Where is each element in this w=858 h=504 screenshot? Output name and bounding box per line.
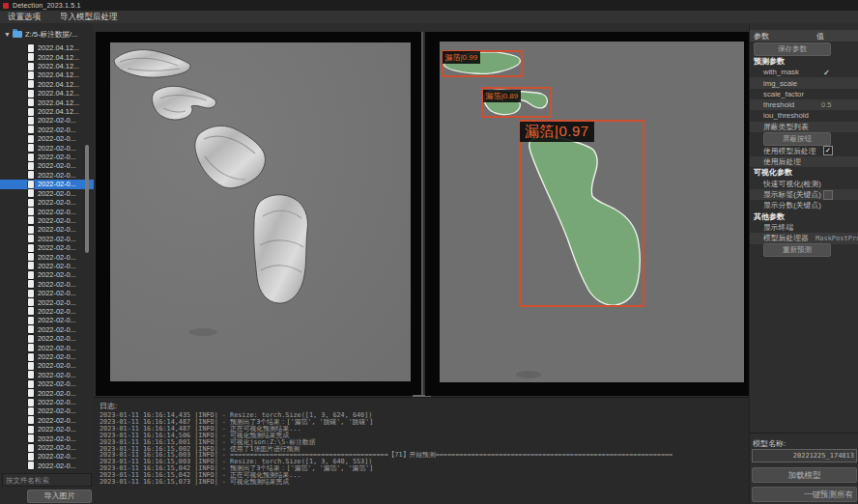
model-name-field[interactable]: 20221225_174813 [752,449,857,462]
tree-item[interactable]: 2022-02-0... [0,126,94,134]
param-row[interactable]: 保存参数 保存参数 [750,42,858,56]
tree-item[interactable]: 2022-02-0... [0,252,94,261]
tree-item[interactable]: 2022-02-0... [0,425,94,434]
tree-item[interactable]: 2022-02-0... [0,361,94,370]
tree-item[interactable]: 2022.04.12... [0,70,94,79]
param-row[interactable]: 模型后处理器 模型后处理器 MaskPostPro [750,233,858,243]
caret-down-icon[interactable]: ▼ [4,31,11,38]
tree-item[interactable]: 2022-02-0... [0,352,94,361]
tree-item[interactable]: 2022-02-0... [0,443,94,452]
tree-item[interactable]: 2022-02-0... [0,462,94,470]
param-checkbox[interactable] [823,68,830,77]
tree-item[interactable]: 2022-02-0... [0,171,94,180]
param-row[interactable]: 显示标签(关键点) 显示标签(关键点) [750,189,858,200]
tree-item[interactable]: 2022.04.12... [0,52,94,61]
menu-settings[interactable]: 设置选项 [0,11,50,23]
tree-item[interactable]: 2022-02-0... [0,316,94,324]
tree-item[interactable]: 2022-02-0... [0,334,94,343]
tree-item[interactable]: 2022-02-0... [0,297,94,306]
tree-item[interactable]: 2022-02-0... [0,153,94,161]
param-row[interactable]: scale_factor scale_factor [750,89,858,99]
tree-item[interactable]: 2022-02-0... [0,406,94,415]
tree-item[interactable]: 2022.04.12... [0,98,94,106]
tree-item[interactable]: 2022-02-0... [0,379,94,388]
param-row[interactable]: threshold threshold 0.5 [750,99,858,110]
param-row[interactable]: 快速可视化(检测) 快速可视化(检测) [750,179,858,189]
tree-item[interactable]: 2022-02-0... [0,198,94,207]
tree-item[interactable]: 2022-02-0... [0,161,94,170]
tree-item[interactable]: 2022-02-0... [0,262,94,270]
param-checkbox[interactable] [823,146,833,155]
param-row[interactable]: 屏蔽类型列表 屏蔽类型列表 [750,122,858,132]
source-image[interactable] [110,42,411,381]
tree-item[interactable]: 2022-02-0... [0,289,94,297]
filename-search-input[interactable] [2,473,92,487]
tree-item-label: 2022-02-0... [38,452,76,461]
param-row[interactable]: img_scale img_scale [750,77,858,88]
param-row[interactable]: 屏蔽按钮 屏蔽按钮 [750,132,858,146]
file-tree[interactable]: 2022.04.12... 2022.04.12... 2022.04.12..… [0,43,94,470]
menu-import-postprocess[interactable]: 导入模型后处理 [50,11,128,23]
tree-item-label: 2022-02-0... [38,406,76,415]
tree-item[interactable]: 2022-02-0... [0,235,94,243]
load-model-button[interactable]: 加载模型 [752,467,857,483]
log-console[interactable]: 日志: 2023-01-11 16:16:14,435 |INFO| - Res… [94,397,749,504]
panel-splitter[interactable] [421,32,423,396]
param-row[interactable]: iou_threshold iou_threshold [750,110,858,121]
tree-item[interactable]: 2022.04.12... [0,80,94,89]
param-row[interactable]: 使用后处理 使用后处理 [750,156,858,167]
tree-item-label: 2022.04.12... [38,98,79,107]
tree-item[interactable]: 2022-02-0... [0,434,94,442]
param-row-button[interactable]: 屏蔽按钮 [763,132,831,146]
tree-item[interactable]: 2022-02-0... [0,388,94,397]
param-row[interactable]: 使用模型后处理 使用模型后处理 [750,145,858,155]
predict-all-button[interactable]: 一键预测所有 [752,487,857,502]
tree-item[interactable]: 2022-02-0... [0,343,94,351]
tree-item[interactable]: 2022-02-0... [0,216,94,225]
param-row[interactable]: 显示分数(关键点) 显示分数(关键点) [750,200,858,210]
tree-item[interactable]: 2022-02-0... [0,416,94,425]
param-row[interactable]: 预测参数 预测参数 [750,56,858,68]
tree-item[interactable]: 2022-02-0... [0,270,94,279]
file-icon [28,307,34,315]
tree-item[interactable]: 2022.04.12... [0,62,94,70]
detection-image-panel[interactable]: 漏箔|0.99 漏箔|0.89 漏箔|0.97 [425,32,749,396]
tree-item[interactable]: 2022.04.12... [0,107,94,116]
tree-item[interactable]: 2022.04.12... [0,89,94,98]
tree-item[interactable]: 2022-02-0... [0,325,94,334]
tree-item[interactable]: 2022-02-0... [0,207,94,215]
tree-item[interactable]: 2022-02-0... [0,134,94,143]
file-icon [28,444,34,452]
tree-root-folder[interactable]: ▼ Z:/5-标注数据/... [0,29,77,40]
tree-item[interactable]: 2022-02-0... [0,452,94,461]
param-row[interactable]: 其他参数 其他参数 [750,210,858,222]
tree-item[interactable]: 2022-02-0... [0,116,94,125]
param-row-button[interactable]: 保存参数 [754,42,831,56]
tree-item[interactable]: 2022-02-0... [0,307,94,316]
tree-item[interactable]: 2022-02-0... [0,189,94,198]
tree-scrollbar[interactable] [85,145,89,253]
param-label: threshold [763,100,794,109]
tree-item[interactable]: 2022-02-0... [0,225,94,234]
param-row-button[interactable]: 重新预测 [763,243,831,257]
param-row[interactable]: 重新预测 重新预测 [750,244,858,258]
tree-item[interactable]: 2022-02-0... [0,180,94,188]
tree-item-label: 2022-02-0... [38,126,76,134]
tree-item-label: 2022-02-0... [38,425,76,434]
tree-item[interactable]: 2022-02-0... [0,280,94,289]
import-images-button[interactable]: 导入图片 [27,490,92,503]
param-column-header: 参数 [750,31,816,42]
tree-item[interactable]: 2022-02-0... [0,143,94,152]
tree-item-label: 2022-02-0... [38,398,76,406]
tree-item[interactable]: 2022-02-0... [0,243,94,252]
param-row[interactable]: 显示终端 显示终端 [750,222,858,233]
tree-item[interactable]: 2022.04.12... [0,43,94,52]
param-row[interactable]: 可视化参数 可视化参数 [750,167,858,179]
tree-item[interactable]: 2022-02-0... [0,371,94,379]
tree-item[interactable]: 2022-02-0... [0,398,94,406]
tree-item-label: 2022-02-0... [38,379,76,388]
param-row[interactable]: with_mask with_mask [750,67,858,77]
source-image-panel[interactable] [96,32,421,396]
param-checkbox[interactable] [823,190,833,200]
file-icon [28,162,34,170]
